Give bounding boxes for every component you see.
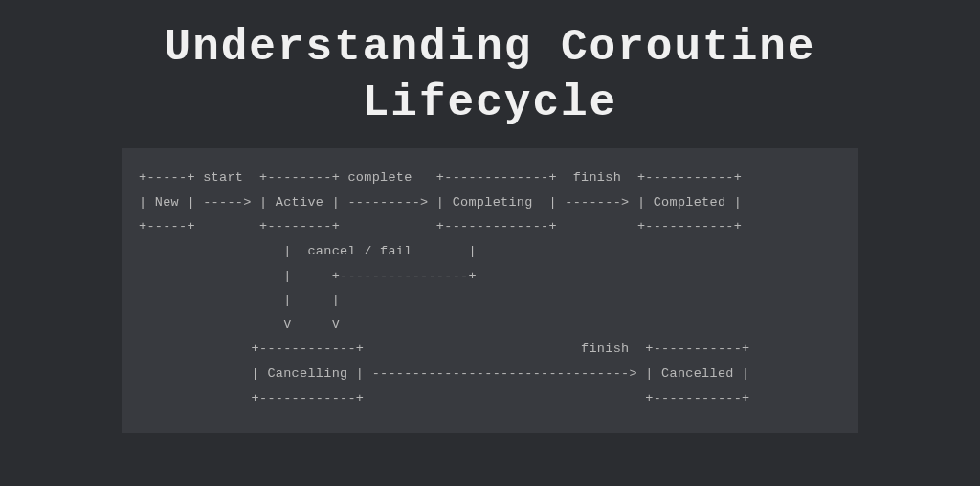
diagram-container: +-----+ start +--------+ complete +-----… (122, 148, 858, 433)
page-title: Understanding Coroutine Lifecycle (0, 0, 980, 148)
ascii-diagram: +-----+ start +--------+ complete +-----… (139, 166, 841, 410)
title-line-1: Understanding Coroutine (0, 21, 980, 77)
title-line-2: Lifecycle (0, 77, 980, 132)
